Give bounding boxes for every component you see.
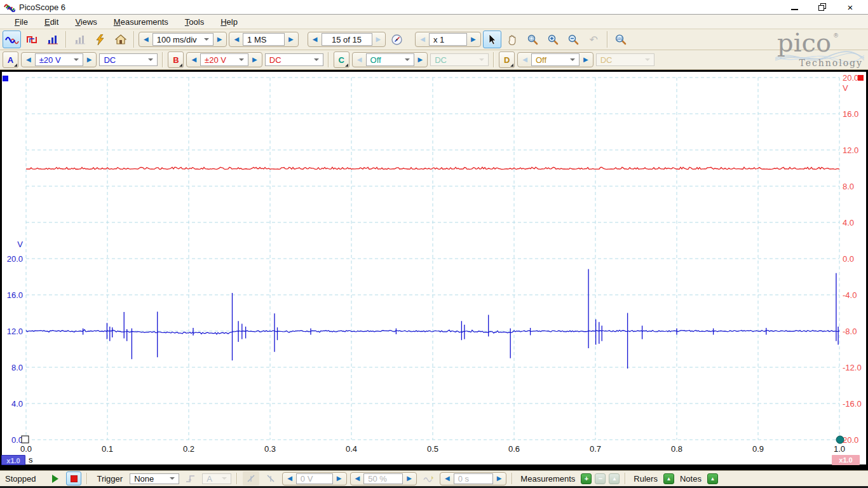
x-zoom-badge-left[interactable]: x1.0 [1, 455, 25, 465]
right-axis-unit: V [843, 83, 848, 93]
scope-view[interactable]: V20.016.012.08.04.00.020.016.012.08.04.0… [0, 70, 868, 470]
channel-c-range-select[interactable]: Off [366, 53, 414, 66]
trigger-level-up[interactable]: ▶ [334, 475, 345, 482]
channel-b-range-next[interactable]: ▶ [249, 57, 261, 63]
channel-a-range-select[interactable]: ±20 V [35, 53, 83, 66]
app-icon [4, 3, 15, 12]
x-axis-tick: 0.4 [346, 444, 357, 454]
channel-a-options-button[interactable]: A [3, 51, 18, 68]
plus-icon: + [585, 475, 588, 482]
zoom-factor-input[interactable]: x 1 [429, 33, 467, 46]
channel-b-options-button[interactable]: B [168, 51, 184, 68]
trigger-delay-down[interactable]: ◀ [442, 475, 453, 482]
minimize-button[interactable] [789, 2, 799, 12]
panel-up-icon: ▲ [612, 476, 617, 482]
toolbar-separator [65, 31, 67, 48]
trigger-delay-input[interactable]: 0 s [454, 473, 493, 484]
trigger-level-input[interactable]: 0 V [296, 473, 333, 484]
trigger-level-down[interactable]: ◀ [284, 475, 295, 482]
toolbar-separator [328, 52, 329, 67]
chevron-down-icon [222, 477, 227, 480]
samples-control: ◀ 1 MS ▶ [229, 32, 298, 47]
buffer-navigator-icon [391, 34, 402, 45]
menu-help[interactable]: Help [212, 16, 246, 28]
channel-c-range-next[interactable]: ▶ [415, 57, 426, 63]
samples-input[interactable]: 1 MS [243, 33, 285, 46]
channel-d-range-next[interactable]: ▶ [580, 57, 592, 63]
spectrum-mode-button[interactable] [43, 30, 62, 48]
restore-button[interactable] [817, 2, 827, 12]
start-button[interactable] [48, 471, 63, 485]
timebase-next-button[interactable]: ▶ [214, 36, 226, 43]
channel-b-range-select[interactable]: ±20 V [200, 53, 248, 66]
right-axis-tick: 16.0 [843, 109, 858, 119]
normal-selection-button[interactable] [483, 30, 501, 48]
left-axis-tick: 12.0 [7, 327, 23, 336]
left-axis-tick: 20.0 [7, 254, 23, 264]
channel-a-coupling-select[interactable]: DC [99, 53, 158, 66]
channel-a-range-value: ±20 V [39, 55, 61, 65]
auto-setup-button[interactable] [91, 30, 109, 48]
home-button[interactable] [111, 30, 130, 48]
zoom-in-step-button[interactable]: ▶ [468, 36, 479, 43]
x-axis-tick: 0.9 [752, 444, 764, 454]
channel-d-label: D [504, 55, 510, 65]
trigger-delay-up[interactable]: ▶ [494, 475, 505, 482]
left-axis-tick: 8.0 [11, 363, 23, 372]
window-title: PicoScope 6 [19, 3, 65, 12]
home-icon [115, 34, 126, 44]
hand-tool-button[interactable] [503, 30, 522, 48]
channel-b-coupling-value: DC [269, 55, 281, 65]
zoom-full-button[interactable]: 100 [612, 30, 630, 48]
play-icon [51, 475, 59, 483]
capture-state: Stopped [5, 474, 36, 484]
menu-edit[interactable]: Edit [36, 16, 67, 28]
pre-trigger-up[interactable]: ▶ [403, 475, 415, 482]
samples-prev-button[interactable]: ◀ [231, 36, 242, 43]
channel-b-coupling-select[interactable]: DC [265, 53, 323, 66]
channel-a-spikes [83, 269, 839, 369]
left-axis-tick: 4.0 [11, 399, 23, 409]
pre-trigger-down[interactable]: ◀ [352, 475, 363, 482]
scope-mode-button[interactable] [3, 30, 21, 48]
notes-panel-button[interactable]: ▲ [707, 473, 718, 484]
menu-file[interactable]: File [6, 16, 36, 28]
menu-tools[interactable]: Tools [177, 16, 212, 28]
buffer-overview-button[interactable] [388, 30, 406, 48]
statusbar-separator [625, 473, 626, 484]
x-zoom-badge-right[interactable]: x1.0 [832, 455, 860, 465]
channel-c-range-value: Off [370, 55, 381, 65]
channel-d-options-button[interactable]: D [499, 51, 515, 68]
statusbar-separator [512, 473, 513, 484]
persistence-mode-button[interactable] [23, 30, 41, 48]
stop-button[interactable] [66, 471, 81, 485]
channel-a-range-prev[interactable]: ◀ [23, 57, 34, 63]
close-button[interactable]: × [845, 2, 855, 12]
channel-a-range-next[interactable]: ▶ [84, 57, 95, 63]
scope-frame-top [0, 70, 868, 72]
menu-measurements[interactable]: Measurements [105, 16, 177, 28]
channel-b-range-prev[interactable]: ◀ [188, 57, 200, 63]
pre-trigger-input[interactable]: 50 % [363, 473, 403, 484]
zoom-in-button[interactable] [544, 30, 562, 48]
x-axis-tick: 0.3 [264, 444, 276, 454]
timebase-select[interactable]: 100 ms/div [153, 33, 214, 46]
add-measurement-button[interactable]: + [581, 473, 592, 484]
buffer-indicator[interactable]: 15 of 15 [322, 33, 372, 46]
menu-views[interactable]: Views [67, 16, 105, 28]
rulers-panel-button[interactable]: ▲ [663, 473, 674, 484]
pico-logo: pico ® Technology [756, 30, 865, 70]
channel-b-range-value: ±20 V [205, 55, 226, 65]
zoom-out-button[interactable] [564, 30, 583, 48]
timebase-prev-button[interactable]: ◀ [140, 36, 152, 43]
buffer-prev-button[interactable]: ◀ [309, 36, 321, 43]
channel-c-options-button[interactable]: C [334, 51, 349, 68]
samples-next-button[interactable]: ▶ [285, 36, 297, 43]
window-zoom-button[interactable] [524, 30, 542, 48]
x-axis-tick: 0.0 [20, 444, 32, 454]
trigger-mode-select[interactable]: None [130, 473, 179, 484]
trigger-source-value: A [207, 474, 212, 484]
falling-edge-icon [266, 475, 275, 483]
zoom-factor-value: x 1 [433, 35, 444, 44]
channel-d-range-select[interactable]: Off [531, 53, 580, 66]
